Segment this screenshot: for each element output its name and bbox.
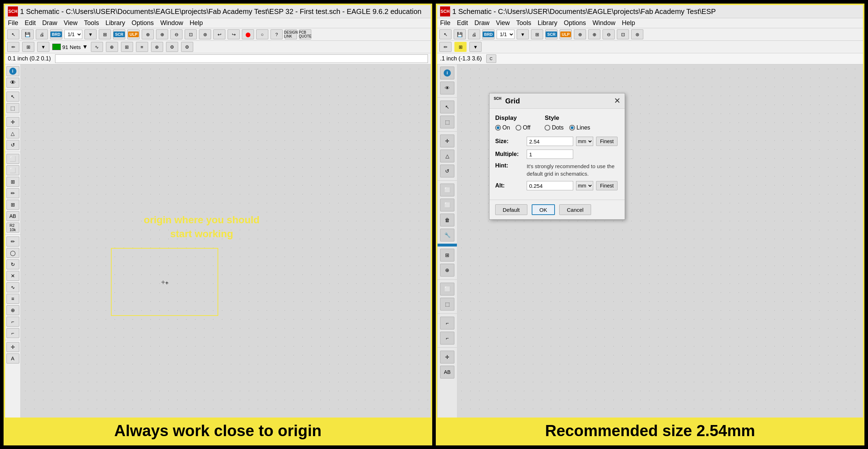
help-btn[interactable]: ? xyxy=(270,29,283,39)
pin-tool[interactable]: ✏ xyxy=(6,188,19,198)
sp-arrow-btn[interactable]: ↖ xyxy=(440,101,454,113)
sp-eye-btn[interactable]: 👁 xyxy=(440,82,454,94)
rotate-tool[interactable]: ↻ xyxy=(6,259,19,269)
add-tool[interactable]: ✛ xyxy=(6,342,19,352)
r-grid-btn-highlighted[interactable]: ⊞ xyxy=(454,42,467,52)
style-dots-option[interactable]: Dots xyxy=(545,125,564,131)
tri-tool[interactable]: △ xyxy=(6,128,19,138)
corner2-tool[interactable]: ⌐ xyxy=(6,328,19,338)
redo-btn[interactable]: ↪ xyxy=(228,29,240,39)
copy-tool[interactable]: ⬜ xyxy=(6,154,19,164)
sp-corner2-btn[interactable]: ⌐ xyxy=(440,332,454,345)
dropdown-btn[interactable]: ▼ xyxy=(84,29,97,39)
menu-help[interactable]: Help xyxy=(190,19,203,27)
sp-select-btn[interactable]: ⬚ xyxy=(440,116,454,128)
r-zoom-prev-btn[interactable]: ⊛ xyxy=(631,29,643,39)
alt-finest-btn[interactable]: Finest xyxy=(596,181,618,190)
zoom-prev-btn[interactable]: ⊛ xyxy=(199,29,211,39)
label-btn[interactable]: ⊕ xyxy=(151,42,163,52)
alt-unit-select[interactable]: mm inch mil xyxy=(576,181,593,190)
gear-btn[interactable]: ⚙ xyxy=(166,42,178,52)
pencil-btn[interactable]: ✏ xyxy=(7,42,19,52)
sp-copy-btn[interactable]: ⬜ xyxy=(440,184,454,196)
size-unit-select[interactable]: mm inch mil xyxy=(576,137,593,146)
r-brd-btn[interactable]: BRD xyxy=(482,29,494,39)
r-zoom-in-btn[interactable]: ⊕ xyxy=(574,29,586,39)
menu-draw[interactable]: Draw xyxy=(42,19,57,27)
r-menu-edit[interactable]: Edit xyxy=(457,19,468,27)
menu-view[interactable]: View xyxy=(64,19,78,27)
confirm-btn[interactable]: ○ xyxy=(256,29,268,39)
arrow-tool-btn[interactable]: ↖ xyxy=(7,29,19,39)
r-coord-btn[interactable]: C xyxy=(486,54,496,63)
r-icon-btn1[interactable]: ⊞ xyxy=(531,29,543,39)
select-tool[interactable]: ↖ xyxy=(6,92,19,102)
r-pencil-btn[interactable]: ✏ xyxy=(439,42,452,52)
net-btn[interactable]: ≡ xyxy=(136,42,148,52)
r2-tool[interactable]: R210k xyxy=(6,223,19,233)
sp-board-btn[interactable]: ⬜ xyxy=(440,283,454,296)
sp-trash-btn[interactable]: 🗑 xyxy=(440,214,454,226)
bus-tool[interactable]: ⊕ xyxy=(6,305,19,315)
r-menu-options[interactable]: Options xyxy=(564,19,586,27)
r-menu-tools[interactable]: Tools xyxy=(516,19,531,27)
r-menu-help[interactable]: Help xyxy=(622,19,635,27)
design-link-btn[interactable]: DESIGN LINK xyxy=(285,29,297,39)
net-tool[interactable]: ≡ xyxy=(6,294,19,304)
sp-info-btn[interactable]: i xyxy=(440,67,454,79)
pencil-tool[interactable]: ✏ xyxy=(6,236,19,247)
r-filter-btn[interactable]: ▼ xyxy=(469,42,482,52)
info-tool[interactable]: i xyxy=(6,66,19,76)
scr-btn[interactable]: SCR xyxy=(113,29,125,39)
radio-off[interactable] xyxy=(516,125,521,131)
ok-btn[interactable]: OK xyxy=(532,204,555,215)
r-zoom-area-btn[interactable]: ⊕ xyxy=(588,29,600,39)
icon-btn1[interactable]: ⊞ xyxy=(99,29,111,39)
multiple-input[interactable] xyxy=(527,150,573,159)
move-tool[interactable]: ✛ xyxy=(6,117,19,127)
cancel-btn[interactable]: Cancel xyxy=(559,204,591,215)
wave-btn[interactable]: ∿ xyxy=(91,42,103,52)
node-btn[interactable]: ⊕ xyxy=(106,42,118,52)
filter-btn[interactable]: ▼ xyxy=(37,42,49,52)
r-page-select[interactable]: 1/1 xyxy=(497,30,515,39)
menu-tools[interactable]: Tools xyxy=(84,19,99,27)
r-menu-library[interactable]: Library xyxy=(538,19,557,27)
sp-move-btn[interactable]: ✛ xyxy=(440,135,454,147)
alt-input[interactable] xyxy=(527,181,573,190)
r-menu-file[interactable]: File xyxy=(440,19,450,27)
sp-resize-btn[interactable]: ⬚ xyxy=(440,298,454,311)
r-menu-view[interactable]: View xyxy=(496,19,510,27)
connect-tool[interactable]: ⊞ xyxy=(6,200,19,210)
text-tool[interactable]: A xyxy=(6,353,19,363)
group-tool[interactable]: ⬚ xyxy=(6,103,19,113)
sp-paste-btn[interactable]: ⬜ xyxy=(440,199,454,211)
sp-corner-btn[interactable]: ⌐ xyxy=(440,317,454,330)
undo-tool[interactable]: ↺ xyxy=(6,140,19,150)
print-btn[interactable]: 🖨 xyxy=(36,29,48,39)
sp-chip-btn[interactable]: ⊞ xyxy=(440,249,454,262)
save-btn[interactable]: 💾 xyxy=(21,29,34,39)
sp-tri-btn[interactable]: △ xyxy=(440,150,454,162)
sp-plus-btn[interactable]: ✛ xyxy=(440,351,454,363)
menu-window[interactable]: Window xyxy=(160,19,183,27)
display-off-option[interactable]: Off xyxy=(516,125,530,131)
sp-wrench-btn[interactable]: 🔧 xyxy=(440,229,454,241)
r-menu-draw[interactable]: Draw xyxy=(474,19,489,27)
command-input[interactable] xyxy=(55,54,428,63)
zoom-out-btn[interactable]: ⊖ xyxy=(170,29,182,39)
r-arrow-btn[interactable]: ↖ xyxy=(439,29,452,39)
wire-tool[interactable]: ∿ xyxy=(6,282,19,292)
r-save-btn[interactable]: 💾 xyxy=(454,29,466,39)
display-on-option[interactable]: On xyxy=(495,125,510,131)
size-input[interactable] xyxy=(527,137,573,146)
sp-ab-btn[interactable]: AB xyxy=(440,366,454,379)
sp-undo-btn[interactable]: ↺ xyxy=(440,165,454,177)
menu-edit[interactable]: Edit xyxy=(25,19,36,27)
radio-dots[interactable] xyxy=(545,125,550,131)
zoom-in-btn[interactable]: ⊕ xyxy=(142,29,154,39)
circle-tool[interactable]: ◯ xyxy=(6,248,19,258)
r-zoom-fit-btn[interactable]: ⊡ xyxy=(617,29,629,39)
layer-dropdown[interactable]: ▼ xyxy=(82,44,88,50)
gear-tool[interactable]: ⊞ xyxy=(6,177,19,187)
